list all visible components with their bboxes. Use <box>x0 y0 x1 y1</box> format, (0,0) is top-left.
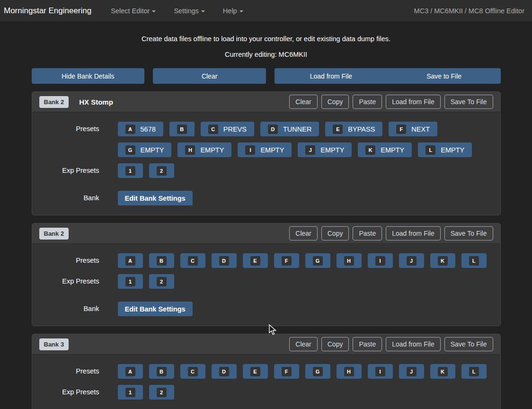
nav-item-label: Select Editor <box>111 7 150 15</box>
preset-name-label: EMPTY <box>141 146 164 154</box>
bank-badge[interactable]: Bank 3 <box>39 338 69 350</box>
preset-key-badge: A <box>125 256 135 266</box>
preset-key-badge: A <box>125 124 135 134</box>
edit-bank-settings-button[interactable]: Edit Bank Settings <box>118 302 193 316</box>
exp-preset-1-button[interactable]: 1 <box>118 163 143 178</box>
preset-I-button[interactable]: I <box>368 364 393 379</box>
preset-G-button[interactable]: G <box>305 253 330 268</box>
preset-H-button[interactable]: HEMPTY <box>177 142 231 157</box>
bank-panel-body: Presets ABCDEFGHIJKL Exp Presets 12 Bank… <box>32 355 500 409</box>
preset-C-button[interactable]: C <box>180 253 205 268</box>
bank-save-to-file-button[interactable]: Save To File <box>444 226 493 240</box>
save-to-file-button[interactable]: Save to File <box>388 68 501 84</box>
preset-E-button[interactable]: E <box>243 364 268 379</box>
exp-preset-1-button[interactable]: 1 <box>118 385 143 400</box>
preset-L-button[interactable]: L <box>461 364 487 379</box>
preset-K-button[interactable]: KEMPTY <box>358 142 412 157</box>
preset-I-button[interactable]: IEMPTY <box>238 142 292 157</box>
bank-copy-button[interactable]: Copy <box>321 226 349 240</box>
preset-E-button[interactable]: E <box>243 253 268 268</box>
navbar: Morningstar Engineering Select Editor Se… <box>0 0 532 21</box>
exp-preset-buttons: 12 <box>118 385 493 406</box>
bank-copy-button[interactable]: Copy <box>321 337 349 351</box>
brand-title[interactable]: Morningstar Engineering <box>4 6 91 16</box>
preset-J-button[interactable]: J <box>399 253 424 268</box>
preset-H-button[interactable]: H <box>337 253 362 268</box>
bank-copy-button[interactable]: Copy <box>321 95 349 109</box>
preset-L-button[interactable]: LEMPTY <box>418 142 472 157</box>
preset-key-badge: 2 <box>157 166 167 176</box>
presets-row: Presets A5678BCPREVSDTUNNEREBYPASSFNEXTG… <box>40 122 493 163</box>
preset-B-button[interactable]: B <box>149 364 174 379</box>
bank-load-from-file-button[interactable]: Load from File <box>386 337 440 351</box>
bank-paste-button[interactable]: Paste <box>353 337 382 351</box>
preset-I-button[interactable]: I <box>368 253 393 268</box>
nav-item-settings[interactable]: Settings <box>165 3 213 18</box>
intro-text: Create data files offline to load into y… <box>0 35 532 43</box>
nav-item-help[interactable]: Help <box>214 3 252 18</box>
exp-preset-2-button[interactable]: 2 <box>149 163 174 178</box>
preset-key-badge: J <box>407 367 417 376</box>
nav-links: Select Editor Settings Help <box>102 3 252 18</box>
bank-clear-button[interactable]: Clear <box>289 226 317 240</box>
exp-preset-1-button[interactable]: 1 <box>118 274 143 289</box>
preset-key-badge: E <box>333 124 343 134</box>
preset-key-badge: C <box>208 124 218 134</box>
preset-key-badge: K <box>365 145 375 155</box>
hide-bank-details-button[interactable]: Hide Bank Details <box>32 68 145 84</box>
editor-title-text: MC3 / MC6MKII / MC8 Offline Editor <box>414 7 524 15</box>
preset-B-button[interactable]: B <box>169 122 195 136</box>
bank-badge[interactable]: Bank 2 <box>39 96 69 108</box>
preset-F-button[interactable]: F <box>274 364 299 379</box>
preset-buttons: A5678BCPREVSDTUNNEREBYPASSFNEXTGEMPTYHEM… <box>118 122 493 163</box>
exp-preset-2-button[interactable]: 2 <box>149 274 174 289</box>
bank-badge[interactable]: Bank 2 <box>39 228 69 240</box>
preset-key-badge: D <box>268 124 278 134</box>
bank-paste-button[interactable]: Paste <box>353 95 382 109</box>
preset-D-button[interactable]: D <box>212 364 237 379</box>
preset-A-button[interactable]: A <box>118 364 143 379</box>
preset-H-button[interactable]: H <box>337 364 362 379</box>
nav-item-select-editor[interactable]: Select Editor <box>102 3 165 18</box>
preset-F-button[interactable]: FNEXT <box>389 122 437 136</box>
preset-F-button[interactable]: F <box>274 253 299 268</box>
preset-L-button[interactable]: L <box>461 253 487 268</box>
preset-key-badge: A <box>125 367 135 376</box>
preset-D-button[interactable]: D <box>212 253 237 268</box>
preset-J-button[interactable]: JEMPTY <box>298 142 352 157</box>
preset-C-button[interactable]: C <box>180 364 205 379</box>
preset-key-badge: H <box>185 145 195 155</box>
preset-B-button[interactable]: B <box>149 253 174 268</box>
exp-preset-2-button[interactable]: 2 <box>149 385 174 400</box>
preset-D-button[interactable]: DTUNNER <box>260 122 319 136</box>
preset-K-button[interactable]: K <box>430 364 455 379</box>
preset-E-button[interactable]: EBYPASS <box>325 122 382 136</box>
bank-paste-button[interactable]: Paste <box>353 226 382 240</box>
bank-save-to-file-button[interactable]: Save To File <box>444 337 493 351</box>
bank-name: HX Stomp <box>79 98 113 106</box>
preset-G-button[interactable]: G <box>305 364 330 379</box>
preset-key-badge: G <box>313 367 323 376</box>
bank-clear-button[interactable]: Clear <box>289 337 317 351</box>
edit-bank-settings-button[interactable]: Edit Bank Settings <box>118 191 193 205</box>
preset-G-button[interactable]: GEMPTY <box>118 142 172 157</box>
preset-A-button[interactable]: A5678 <box>118 122 163 136</box>
preset-J-button[interactable]: J <box>399 364 424 379</box>
preset-key-badge: K <box>438 367 448 376</box>
preset-name-label: BYPASS <box>348 125 375 133</box>
bank-load-from-file-button[interactable]: Load from File <box>386 226 440 240</box>
preset-key-badge: I <box>245 145 255 155</box>
exp-preset-buttons: 12 <box>118 274 493 295</box>
preset-key-badge: C <box>188 256 198 266</box>
bank-actions: ClearCopyPasteLoad from FileSave To File <box>289 226 493 240</box>
load-from-file-button[interactable]: Load from File <box>275 68 388 84</box>
preset-key-badge: F <box>396 124 406 134</box>
nav-item-label: Help <box>223 7 237 15</box>
preset-A-button[interactable]: A <box>118 253 143 268</box>
preset-C-button[interactable]: CPREVS <box>201 122 254 136</box>
bank-save-to-file-button[interactable]: Save To File <box>444 95 493 109</box>
bank-clear-button[interactable]: Clear <box>289 95 317 109</box>
bank-load-from-file-button[interactable]: Load from File <box>386 95 440 109</box>
preset-K-button[interactable]: K <box>430 253 455 268</box>
clear-all-button[interactable]: Clear <box>153 68 266 84</box>
